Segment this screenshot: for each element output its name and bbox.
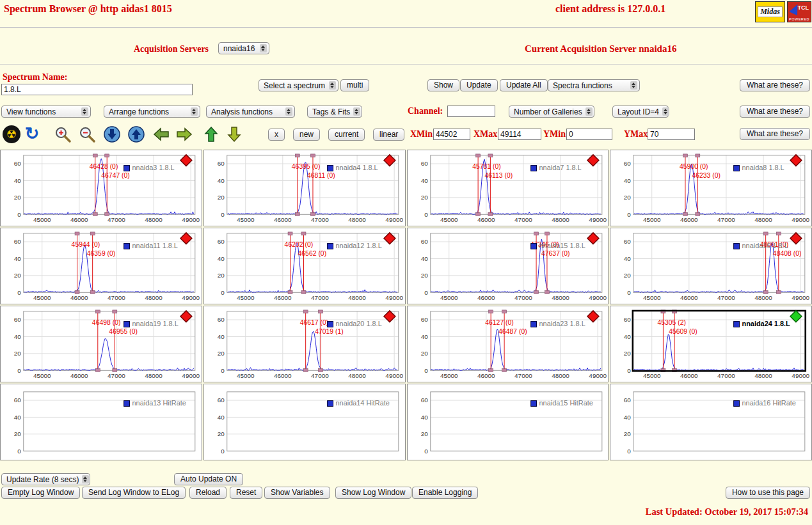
send-elog-button[interactable]: Send Log Window to ELog <box>82 487 186 499</box>
analysis-functions-select[interactable]: Analysis functions <box>206 106 295 118</box>
marker-handle[interactable] <box>488 154 492 157</box>
marker-handle[interactable] <box>318 310 322 313</box>
show-variables-button[interactable]: Show Variables <box>264 487 330 499</box>
spectrum-panel-nnaida8[interactable]: 0204060450004600047000480004900045900 (0… <box>610 150 812 226</box>
marker-handle[interactable] <box>105 154 109 157</box>
panel-status-diamond-icon[interactable] <box>180 233 192 244</box>
what-are-these-button[interactable]: What are these? <box>740 106 810 118</box>
marker-handle[interactable] <box>310 154 315 157</box>
tags-fits-select[interactable]: Tags & Fits <box>307 106 362 118</box>
xmin-input[interactable] <box>433 129 470 140</box>
marker-handle[interactable] <box>475 212 480 215</box>
marker-handle[interactable] <box>545 232 549 235</box>
how-to-button[interactable]: How to use this page <box>726 487 810 499</box>
panel-status-diamond-icon[interactable] <box>384 233 395 244</box>
spectrum-panel-nnaida20[interactable]: 0204060450004600047000480004900046617 (0… <box>203 306 406 382</box>
marker-handle[interactable] <box>288 232 292 235</box>
marker-handle[interactable] <box>683 154 688 157</box>
midas-logo[interactable]: Midas <box>755 1 785 22</box>
marker-handle[interactable] <box>534 232 538 235</box>
spectrum-panel-nnaida11[interactable]: 0204060450004600047000480004900045944 (0… <box>0 228 202 304</box>
marker-handle[interactable] <box>318 368 322 372</box>
refresh-icon[interactable]: ↻ <box>23 125 41 143</box>
marker-handle[interactable] <box>303 368 308 372</box>
marker-handle[interactable] <box>75 290 79 294</box>
marker-handle[interactable] <box>475 154 480 157</box>
marker-handle[interactable] <box>683 212 688 215</box>
left-arrow-icon[interactable] <box>152 125 170 143</box>
layout-select[interactable]: Layout ID=4 <box>612 106 669 118</box>
hitrate-panel-nnaida13[interactable]: 0204060nnaida13 HitRate <box>0 384 202 460</box>
hitrate-panel-nnaida16[interactable]: 0204060nnaida16 HitRate <box>610 384 812 460</box>
empty-log-button[interactable]: Empty Log Window <box>1 487 80 499</box>
new-button[interactable]: new <box>293 129 320 141</box>
marker-handle[interactable] <box>95 310 100 313</box>
what-are-these-button[interactable]: What are these? <box>740 128 810 140</box>
circle-down-arrow-icon[interactable] <box>103 125 121 143</box>
spectrum-panel-nnaida15[interactable]: 0204060450004600047000480004900047346 (0… <box>407 228 609 304</box>
panel-status-diamond-icon[interactable] <box>384 311 395 322</box>
marker-handle[interactable] <box>534 290 538 294</box>
xmax-input[interactable] <box>498 129 541 140</box>
linear-button[interactable]: linear <box>373 129 404 141</box>
show-button[interactable]: Show <box>427 79 459 91</box>
marker-handle[interactable] <box>545 290 549 294</box>
hitrate-panel-nnaida14[interactable]: 0204060nnaida14 HitRate <box>203 384 406 460</box>
marker-handle[interactable] <box>288 290 292 294</box>
x-button[interactable]: x <box>268 129 285 141</box>
reset-button[interactable]: Reset <box>230 487 262 499</box>
marker-handle[interactable] <box>488 310 493 313</box>
ymin-input[interactable] <box>566 129 612 140</box>
spectrum-panel-nnaida3[interactable]: 0204060450004600047000480004900046428 (0… <box>0 150 202 226</box>
spectrum-panel-nnaida23[interactable]: 0204060450004600047000480004900046127 (0… <box>407 306 609 382</box>
update-all-button[interactable]: Update All <box>500 79 548 91</box>
acquisition-server-select[interactable]: nnaida16 <box>218 42 269 54</box>
panel-status-diamond-icon[interactable] <box>790 233 802 244</box>
marker-handle[interactable] <box>502 310 506 313</box>
marker-handle[interactable] <box>90 232 95 235</box>
select-spectrum-select[interactable]: Select a spectrum <box>259 79 338 91</box>
spectrum-panel-nnaida4[interactable]: 0204060450004600047000480004900046395 (0… <box>203 150 406 226</box>
ymax-input[interactable] <box>648 129 695 140</box>
marker-handle[interactable] <box>295 154 299 157</box>
zoom-out-icon[interactable] <box>78 125 96 143</box>
marker-handle[interactable] <box>113 310 117 313</box>
marker-handle[interactable] <box>777 232 781 235</box>
panel-status-diamond-icon[interactable] <box>180 155 192 166</box>
panel-status-diamond-icon[interactable] <box>180 311 192 322</box>
marker-handle[interactable] <box>502 368 506 372</box>
right-arrow-icon[interactable] <box>175 125 193 143</box>
marker-handle[interactable] <box>113 368 117 372</box>
marker-handle[interactable] <box>488 368 493 372</box>
spectrum-panel-nnaida16[interactable]: 0204060450004600047000480004900048061 (0… <box>610 228 812 304</box>
spectrum-name-input[interactable] <box>1 84 193 95</box>
panel-status-diamond-icon[interactable] <box>587 311 598 322</box>
panel-status-diamond-icon[interactable] <box>790 311 802 322</box>
update-button[interactable]: Update <box>460 79 498 91</box>
multi-button[interactable]: multi <box>340 79 369 91</box>
marker-handle[interactable] <box>763 232 768 235</box>
enable-logging-button[interactable]: Enable Logging <box>412 487 478 499</box>
marker-handle[interactable] <box>310 212 315 215</box>
panel-status-diamond-icon[interactable] <box>384 155 395 166</box>
panel-status-diamond-icon[interactable] <box>587 155 598 166</box>
current-button[interactable]: current <box>328 129 365 141</box>
view-functions-select[interactable]: View functions <box>1 106 91 118</box>
marker-handle[interactable] <box>75 232 79 235</box>
what-are-these-button[interactable]: What are these? <box>740 79 810 91</box>
update-rate-select[interactable]: Update Rate (8 secs) <box>1 473 90 485</box>
spectrum-panel-nnaida12[interactable]: 0204060450004600047000480004900046202 (0… <box>203 228 406 304</box>
arrange-functions-select[interactable]: Arrange functions <box>104 106 200 118</box>
channel-input[interactable] <box>447 106 495 117</box>
marker-handle[interactable] <box>105 212 109 215</box>
spectrum-panel-nnaida24[interactable]: 0204060450004600047000480004900045305 (2… <box>610 306 812 382</box>
marker-handle[interactable] <box>93 212 97 215</box>
marker-handle[interactable] <box>301 232 306 235</box>
zoom-in-icon[interactable] <box>54 125 72 143</box>
marker-handle[interactable] <box>488 212 492 215</box>
marker-handle[interactable] <box>763 290 768 294</box>
spectra-functions-select[interactable]: Spectra functions <box>548 79 640 91</box>
marker-handle[interactable] <box>90 290 95 294</box>
marker-handle[interactable] <box>696 212 700 215</box>
panel-status-diamond-icon[interactable] <box>790 155 802 166</box>
